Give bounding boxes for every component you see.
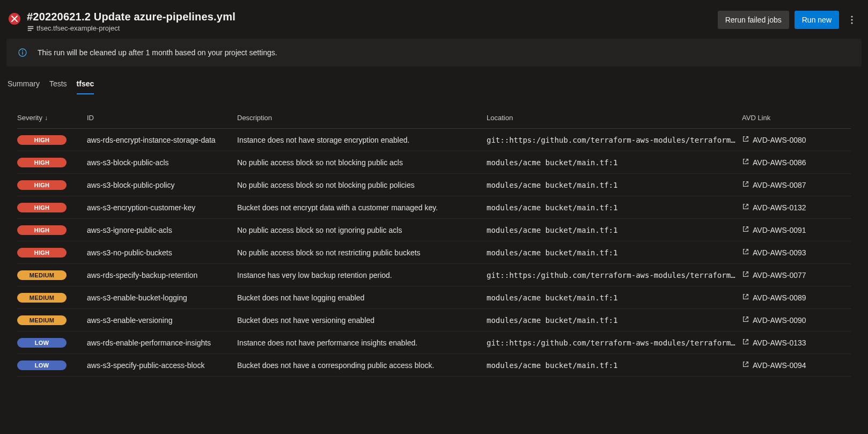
run-header: #20220621.2 Update azure-pipelines.yml t… (6, 6, 862, 39)
cell-avd-link[interactable]: AVD-AWS-0087 (742, 180, 833, 189)
avd-link-text: AVD-AWS-0094 (753, 361, 806, 370)
avd-link-text: AVD-AWS-0080 (753, 136, 806, 144)
cell-location: git::https:/github.com/terraform-aws-mod… (487, 339, 742, 347)
cell-description: No public access block so not restrictin… (237, 248, 487, 257)
cell-avd-link[interactable]: AVD-AWS-0091 (742, 225, 833, 234)
cell-description: Instance does not have storage encryptio… (237, 136, 487, 144)
kebab-icon (851, 16, 853, 24)
severity-badge: HIGH (17, 248, 67, 258)
external-link-icon (742, 158, 749, 167)
table-header-row: Severity ↓ ID Description Location AVD L… (17, 109, 851, 129)
more-actions-button[interactable] (844, 12, 859, 27)
col-header-id[interactable]: ID (87, 114, 237, 122)
cell-avd-link[interactable]: AVD-AWS-0132 (742, 203, 833, 212)
svg-point-4 (22, 50, 23, 52)
breadcrumb[interactable]: tfsec.tfsec-example-project (27, 24, 236, 32)
cell-id: aws-rds-enable-performance-insights (87, 339, 237, 347)
col-header-avd[interactable]: AVD Link (742, 114, 833, 122)
avd-link-text: AVD-AWS-0090 (753, 316, 806, 325)
cell-avd-link[interactable]: AVD-AWS-0086 (742, 158, 833, 167)
cell-location: modules/acme_bucket/main.tf:1 (487, 203, 742, 212)
cell-id: aws-s3-no-public-buckets (87, 248, 237, 257)
severity-badge: HIGH (17, 135, 67, 145)
external-link-icon (742, 315, 749, 325)
avd-link-text: AVD-AWS-0132 (753, 203, 806, 212)
external-link-icon (742, 225, 749, 234)
sort-arrow-down-icon: ↓ (45, 114, 48, 122)
severity-badge: MEDIUM (17, 270, 67, 280)
table-row[interactable]: MEDIUMaws-s3-enable-bucket-loggingBucket… (17, 286, 851, 309)
retention-info-text: This run will be cleaned up after 1 mont… (38, 48, 277, 57)
table-row[interactable]: MEDIUMaws-rds-specify-backup-retentionIn… (17, 264, 851, 286)
tab-tests[interactable]: Tests (49, 79, 67, 94)
avd-link-text: AVD-AWS-0091 (753, 226, 806, 234)
run-title: #20220621.2 Update azure-pipelines.yml (27, 11, 236, 23)
tab-summary[interactable]: Summary (8, 79, 40, 94)
col-header-location[interactable]: Location (487, 114, 742, 122)
run-new-button[interactable]: Run new (795, 11, 839, 29)
cell-avd-link[interactable]: AVD-AWS-0094 (742, 361, 833, 370)
col-header-severity[interactable]: Severity ↓ (17, 114, 87, 122)
cell-id: aws-s3-block-public-acls (87, 158, 237, 167)
external-link-icon (742, 135, 749, 144)
cell-location: modules/acme_bucket/main.tf:1 (487, 226, 742, 234)
col-header-description[interactable]: Description (237, 114, 487, 122)
status-failed-icon (9, 13, 20, 25)
cell-description: Bucket does not have a corresponding pub… (237, 361, 487, 370)
cell-location: modules/acme_bucket/main.tf:1 (487, 248, 742, 257)
table-row[interactable]: HIGHaws-rds-encrypt-instance-storage-dat… (17, 129, 851, 151)
external-link-icon (742, 270, 749, 279)
findings-table: Severity ↓ ID Description Location AVD L… (17, 109, 851, 377)
table-row[interactable]: HIGHaws-s3-no-public-bucketsNo public ac… (17, 241, 851, 264)
cell-id: aws-s3-enable-versioning (87, 316, 237, 325)
cell-description: No public access block so not blocking p… (237, 181, 487, 189)
cell-avd-link[interactable]: AVD-AWS-0090 (742, 315, 833, 325)
severity-badge: LOW (17, 361, 67, 370)
cell-id: aws-s3-ignore-public-acls (87, 226, 237, 234)
cell-avd-link[interactable]: AVD-AWS-0080 (742, 135, 833, 144)
cell-id: aws-rds-encrypt-instance-storage-data (87, 136, 237, 144)
cell-description: No public access block so not ignoring p… (237, 226, 487, 234)
external-link-icon (742, 180, 749, 189)
severity-badge: HIGH (17, 158, 67, 167)
cell-description: Instance has very low backup retention p… (237, 271, 487, 279)
tab-tfsec[interactable]: tfsec (77, 79, 94, 94)
severity-badge: MEDIUM (17, 293, 67, 303)
table-row[interactable]: HIGHaws-s3-block-public-policyNo public … (17, 174, 851, 196)
svg-point-2 (851, 22, 852, 24)
cell-location: modules/acme_bucket/main.tf:1 (487, 293, 742, 302)
svg-point-0 (851, 16, 852, 17)
table-row[interactable]: MEDIUMaws-s3-enable-versioningBucket doe… (17, 309, 851, 332)
rerun-failed-button[interactable]: Rerun failed jobs (718, 11, 789, 29)
severity-badge: MEDIUM (17, 315, 67, 325)
cell-id: aws-s3-encryption-customer-key (87, 203, 237, 212)
table-row[interactable]: HIGHaws-s3-block-public-aclsNo public ac… (17, 151, 851, 174)
table-row[interactable]: LOWaws-rds-enable-performance-insightsIn… (17, 332, 851, 354)
table-row[interactable]: LOWaws-s3-specify-public-access-blockBuc… (17, 354, 851, 377)
svg-rect-5 (22, 52, 23, 55)
cell-id: aws-s3-specify-public-access-block (87, 361, 237, 370)
info-icon (18, 48, 27, 57)
cell-description: Instance does not have performance insig… (237, 339, 487, 347)
cell-avd-link[interactable]: AVD-AWS-0133 (742, 338, 833, 347)
avd-link-text: AVD-AWS-0133 (753, 339, 806, 347)
table-row[interactable]: HIGHaws-s3-encryption-customer-keyBucket… (17, 196, 851, 219)
cell-description: Bucket does not have versioning enabled (237, 316, 487, 325)
cell-avd-link[interactable]: AVD-AWS-0093 (742, 248, 833, 257)
breadcrumb-text: tfsec.tfsec-example-project (36, 24, 120, 32)
severity-badge: HIGH (17, 180, 67, 190)
external-link-icon (742, 203, 749, 212)
cell-location: modules/acme_bucket/main.tf:1 (487, 181, 742, 189)
severity-badge: HIGH (17, 225, 67, 235)
cell-avd-link[interactable]: AVD-AWS-0077 (742, 270, 833, 279)
cell-id: aws-s3-block-public-policy (87, 181, 237, 189)
external-link-icon (742, 293, 749, 302)
external-link-icon (742, 338, 749, 347)
svg-point-1 (851, 19, 852, 20)
avd-link-text: AVD-AWS-0086 (753, 158, 806, 167)
cell-avd-link[interactable]: AVD-AWS-0089 (742, 293, 833, 302)
table-row[interactable]: HIGHaws-s3-ignore-public-aclsNo public a… (17, 219, 851, 241)
avd-link-text: AVD-AWS-0087 (753, 181, 806, 189)
cell-location: git::https:/github.com/terraform-aws-mod… (487, 136, 742, 144)
cell-description: Bucket does not have logging enabled (237, 293, 487, 302)
